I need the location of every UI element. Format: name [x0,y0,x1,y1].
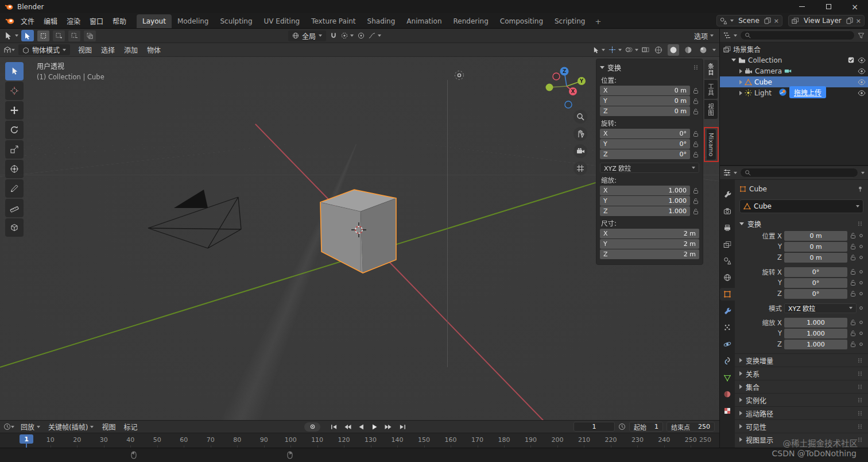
editor-type-properties-icon[interactable] [723,169,731,176]
lock-icon[interactable] [692,208,699,215]
dot-icon[interactable] [859,280,863,285]
editor-type-timeline-icon[interactable] [3,423,11,430]
play-button[interactable] [369,422,381,432]
camera-view-icon[interactable] [574,144,587,158]
dimensions-z-field[interactable]: Z2 m [600,249,699,259]
outliner-item-label[interactable]: Light [754,89,772,97]
lock-icon[interactable] [692,187,699,194]
dot-icon[interactable] [859,342,863,346]
sidebar-tab-条目[interactable]: 条目 [704,60,718,79]
breadcrumb-object-name[interactable]: Cube [749,185,767,193]
section-可见性[interactable]: 可见性 [735,419,868,433]
dot-icon[interactable] [859,291,863,296]
auto-keying-toggle[interactable] [304,422,320,432]
lock-icon[interactable] [850,279,857,286]
timeline-ruler[interactable]: 1020304050607080901001101201301401501601… [0,433,719,448]
dot-icon[interactable] [859,233,863,238]
panel-grip-icon[interactable] [858,398,863,402]
eye-icon[interactable] [858,79,866,86]
select-mode-subtract-button[interactable] [68,30,80,41]
lock-icon[interactable] [692,151,699,158]
workspace-tab-rendering[interactable]: Rendering [448,14,494,28]
workspace-tab-modeling[interactable]: Modeling [172,14,215,28]
dot-icon[interactable] [859,306,863,310]
editor-type-3d-viewport-icon[interactable] [3,46,11,54]
scene-selector[interactable]: Scene × [716,15,782,26]
transform-section-header[interactable]: 变换 [735,217,868,230]
workspace-tab-sculpting[interactable]: Sculpting [214,14,258,28]
property-field[interactable]: 1.000 [784,318,847,328]
section-关系[interactable]: 关系 [735,367,868,380]
workspace-tab-uv-editing[interactable]: UV Editing [258,14,306,28]
cursor-tool-button[interactable] [5,82,24,100]
properties-tab-material[interactable] [720,388,735,401]
playhead[interactable]: 1 [20,434,33,444]
scale-x-field[interactable]: X1.000 [600,186,690,195]
new-scene-icon[interactable] [764,17,771,24]
workspace-tab-scripting[interactable]: Scripting [549,14,591,28]
frame-end-field[interactable]: 结束点 250 [666,422,715,432]
timeline-menu-标记[interactable]: 标记 [119,422,141,432]
xray-toggle-icon[interactable] [642,46,649,53]
dimensions-y-field[interactable]: Y2 m [600,239,699,249]
menu-窗口[interactable]: 窗口 [85,13,108,28]
remove-view-layer-icon[interactable]: × [856,17,861,25]
transform-orientation-dropdown[interactable]: 全局 [288,30,326,41]
menu-渲染[interactable]: 渲染 [62,13,85,28]
sidebar-tab-工具[interactable]: 工具 [704,80,718,99]
panel-grip-icon[interactable] [858,424,863,429]
workspace-tab-texture-paint[interactable]: Texture Paint [305,14,361,28]
properties-tab-modifiers[interactable] [720,305,735,317]
properties-tab-texture[interactable] [720,405,735,417]
property-field[interactable]: 1.000 [784,340,847,349]
options-dropdown[interactable]: 选项 [694,31,714,41]
dimensions-x-field[interactable]: X2 m [600,229,699,238]
perspective-toggle-icon[interactable] [574,161,587,175]
rotation-mode-dropdown[interactable]: XYZ 欧拉 [600,163,699,173]
workspace-tab-animation[interactable]: Animation [401,14,447,28]
section-运动路径[interactable]: 运动路径 [735,406,868,419]
check-icon[interactable] [848,57,854,63]
outliner-item-label[interactable]: Collection [748,56,782,64]
unlink-scene-icon[interactable]: × [774,17,779,25]
menu-帮助[interactable]: 帮助 [108,13,131,28]
panel-grip-icon[interactable] [858,358,863,363]
properties-tab-view-layer[interactable] [720,238,735,251]
shading-material-button[interactable] [683,44,694,56]
outliner-item-label[interactable]: Cube [754,78,772,86]
lock-icon[interactable] [692,98,699,105]
shading-solid-button[interactable] [668,44,679,56]
section-集合[interactable]: 集合 [735,380,868,393]
lock-icon[interactable] [850,268,857,275]
view-layer-selector[interactable]: View Layer × [788,15,865,26]
scale-y-field[interactable]: Y1.000 [600,196,690,206]
app-menu-blender-icon[interactable] [3,13,16,28]
transform-tool-button[interactable] [5,160,24,178]
dot-icon[interactable] [859,320,863,325]
mode-dropdown[interactable]: 物体模式 [18,44,70,55]
dot-icon[interactable] [859,244,863,249]
properties-tab-output[interactable] [720,221,735,234]
lock-icon[interactable] [692,108,699,115]
panel-grip-icon[interactable] [858,384,863,389]
current-frame-field[interactable]: 1 [574,422,615,432]
outliner-item-label[interactable]: Camera [755,67,782,75]
outliner-row-Camera[interactable]: Camera [720,66,868,76]
shading-wireframe-button[interactable] [653,44,664,56]
lock-icon[interactable] [692,141,699,148]
timeline-menu-视图[interactable]: 视图 [98,422,119,432]
property-field[interactable]: 0 m [784,231,847,241]
workspace-tab-shading[interactable]: Shading [362,14,401,28]
property-field[interactable]: 0 m [784,253,847,263]
expand-right-icon[interactable] [739,80,742,84]
menu-文件[interactable]: 文件 [16,13,39,28]
properties-tab-particles[interactable] [720,321,735,334]
select-mode-intersect-button[interactable] [84,30,96,41]
timeline-menu-回放[interactable]: 回放 [17,422,44,432]
workspace-tab-layout[interactable]: Layout [137,14,172,28]
panel-grip-icon[interactable] [858,371,863,376]
maximize-button[interactable] [815,0,842,13]
selectability-filter-dropdown[interactable] [593,47,605,53]
eye-icon[interactable] [858,57,866,64]
properties-tab-scene[interactable] [720,255,735,267]
